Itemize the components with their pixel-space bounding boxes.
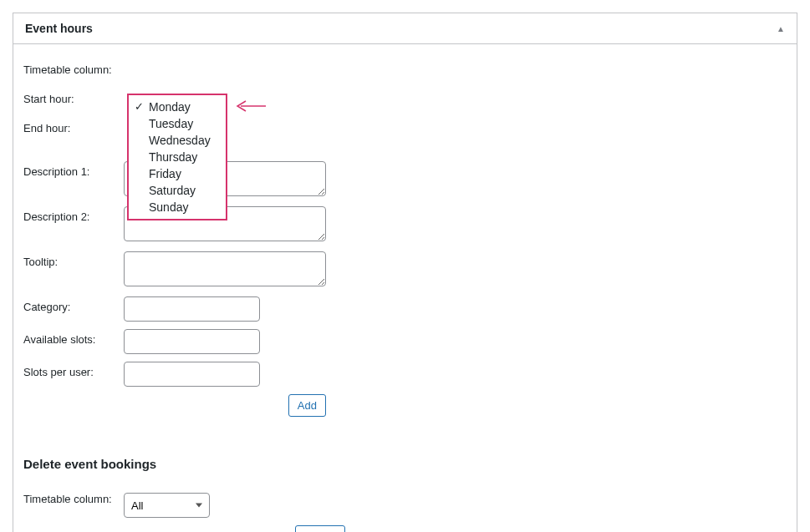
metabox-header[interactable]: Event hours ▲ [13,13,797,44]
label-category: Category: [23,296,124,313]
label-timetable-column: Timetable column: [23,59,124,76]
label-tooltip: Tooltip: [23,251,124,268]
event-hours-metabox: Event hours ▲ Timetable column: Start ho… [13,13,797,532]
category-input[interactable] [124,296,260,322]
add-button-row: Add [124,394,326,417]
dropdown-option-wednesday[interactable]: Wednesday [129,132,226,149]
timetable-column-dropdown[interactable]: Monday Tuesday Wednesday Thursday Friday… [127,94,227,220]
add-button[interactable]: Add [288,394,326,417]
dropdown-option-monday[interactable]: Monday [129,99,226,115]
label-delete-timetable-column: Timetable column: [23,493,124,505]
label-description2: Description 2: [23,206,124,223]
dropdown-option-thursday[interactable]: Thursday [129,149,226,165]
arrow-annotation-icon [236,99,266,115]
delete-column-select[interactable]: All [124,493,210,518]
row-available-slots: Available slots: [23,329,787,354]
label-start-hour: Start hour: [23,89,124,105]
dropdown-option-tuesday[interactable]: Tuesday [129,115,226,132]
row-slots-per-user: Slots per user: [23,362,787,387]
row-delete-timetable-column: Timetable column: All [23,493,787,518]
label-description1: Description 1: [23,161,124,178]
label-available-slots: Available slots: [23,329,124,346]
delete-button[interactable]: Delete [295,525,345,532]
row-tooltip: Tooltip: [23,251,787,289]
metabox-title: Event hours [25,22,93,35]
delete-button-row: Delete [124,525,345,532]
delete-section-heading: Delete event bookings [23,457,787,471]
slots-per-user-input[interactable] [124,362,260,387]
tooltip-input[interactable] [124,251,326,286]
dropdown-option-sunday[interactable]: Sunday [129,199,226,215]
available-slots-input[interactable] [124,329,260,354]
label-slots-per-user: Slots per user: [23,362,124,378]
collapse-icon: ▲ [777,24,785,33]
label-end-hour: End hour: [23,118,124,134]
dropdown-option-saturday[interactable]: Saturday [129,182,226,199]
row-category: Category: [23,296,787,322]
dropdown-option-friday[interactable]: Friday [129,165,226,182]
row-timetable-column: Timetable column: [23,59,787,81]
metabox-body: Timetable column: Start hour: End hour: … [13,44,797,532]
delete-column-select-wrap: All [124,493,210,518]
